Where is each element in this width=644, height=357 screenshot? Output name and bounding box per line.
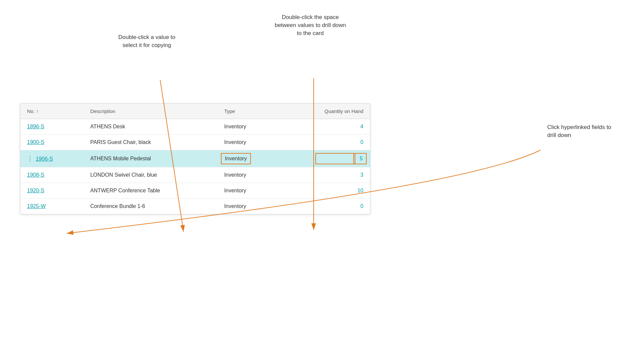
cell-no-link[interactable]: 1925-W	[27, 203, 46, 209]
callout-left-text: Double-click a value to select it for co…	[118, 34, 175, 48]
cell-description: ATHENS Mobile Pedestal	[83, 150, 217, 167]
table-row[interactable]: 1925-WConference Bundle 1-6Inventory0	[20, 199, 370, 214]
cell-type: Inventory	[218, 167, 277, 183]
cell-no: ⋮1906-S	[20, 150, 83, 167]
callout-middle: Double-click the space between values to…	[274, 13, 347, 37]
table-row[interactable]: 1900-SPARIS Guest Chair, blackInventory0	[20, 135, 370, 150]
cell-no: 1896-S	[20, 119, 83, 135]
row-context-menu-icon[interactable]: ⋮	[27, 155, 33, 162]
cell-qty[interactable]: 5	[277, 150, 370, 167]
callout-right-text: Click hyperlinked fields to drill down	[547, 124, 611, 138]
callout-left: Double-click a value to select it for co…	[113, 33, 180, 49]
cell-no-link[interactable]: 1896-S	[27, 124, 44, 129]
table-row[interactable]: 1920-SANTWERP Conference TableInventory1…	[20, 183, 370, 199]
cell-no: 1920-S	[20, 183, 83, 199]
table-header-row: No. ↑ Description Type Quantity on Hand	[20, 104, 370, 119]
cell-type: Inventory	[218, 150, 277, 167]
cell-no-link[interactable]: 1908-S	[27, 172, 44, 178]
callout-right: Click hyperlinked fields to drill down	[547, 123, 614, 139]
table-row[interactable]: ⋮1906-SATHENS Mobile PedestalInventory 5	[20, 150, 370, 167]
cell-description: ANTWERP Conference Table	[83, 183, 217, 199]
cell-qty-empty-zone[interactable]	[315, 153, 355, 164]
cell-no-link[interactable]: 1900-S	[27, 139, 44, 145]
col-no: No. ↑	[20, 104, 83, 119]
cell-qty[interactable]: 0	[277, 135, 370, 150]
cell-no: 1908-S	[20, 167, 83, 183]
cell-no: 1925-W	[20, 199, 83, 214]
cell-qty[interactable]: 10	[277, 183, 370, 199]
inventory-table-container: No. ↑ Description Type Quantity on Hand …	[20, 103, 370, 214]
inventory-table: No. ↑ Description Type Quantity on Hand …	[20, 104, 370, 214]
col-type: Type	[218, 104, 277, 119]
cell-no-link[interactable]: 1906-S	[36, 156, 53, 162]
cell-description: Conference Bundle 1-6	[83, 199, 217, 214]
table-row[interactable]: 1896-SATHENS DeskInventory4	[20, 119, 370, 135]
cell-type: Inventory	[218, 183, 277, 199]
cell-no-link[interactable]: 1920-S	[27, 188, 44, 193]
col-qty: Quantity on Hand	[277, 104, 370, 119]
cell-qty-value[interactable]: 5	[353, 153, 367, 164]
col-no-sort-icon[interactable]: ↑	[36, 108, 39, 114]
cell-type-highlighted: Inventory	[221, 153, 251, 164]
cell-description: ATHENS Desk	[83, 119, 217, 135]
cell-no: 1900-S	[20, 135, 83, 150]
cell-qty[interactable]: 4	[277, 119, 370, 135]
callout-middle-text: Double-click the space between values to…	[275, 14, 346, 36]
col-no-label: No.	[27, 108, 36, 114]
cell-type: Inventory	[218, 135, 277, 150]
cell-qty[interactable]: 0	[277, 199, 370, 214]
cell-type: Inventory	[218, 199, 277, 214]
cell-qty[interactable]: 3	[277, 167, 370, 183]
cell-type: Inventory	[218, 119, 277, 135]
cell-description: PARIS Guest Chair, black	[83, 135, 217, 150]
cell-description: LONDON Swivel Chair, blue	[83, 167, 217, 183]
col-description: Description	[83, 104, 217, 119]
table-row[interactable]: 1908-SLONDON Swivel Chair, blueInventory…	[20, 167, 370, 183]
